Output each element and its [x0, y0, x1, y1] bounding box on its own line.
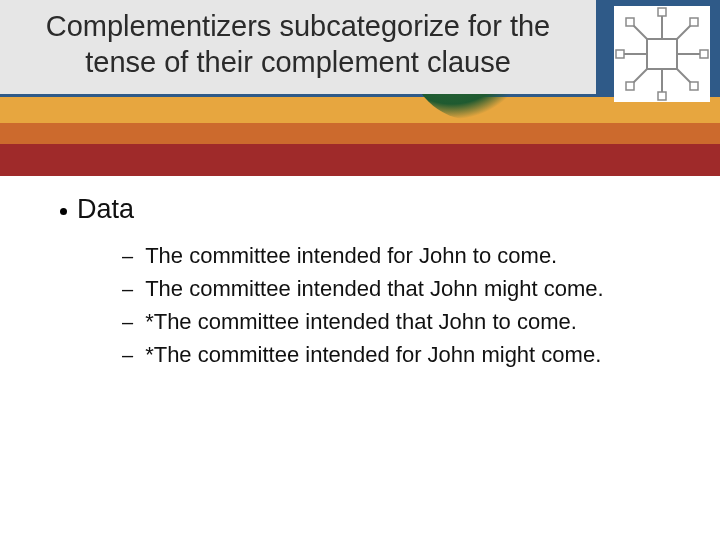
svg-rect-14: [690, 18, 698, 26]
dash-icon: –: [122, 274, 133, 304]
svg-rect-0: [647, 39, 677, 69]
compass-star-icon: [614, 6, 710, 102]
svg-rect-11: [616, 50, 624, 58]
slide-title: Complementizers subcategorize for the te…: [46, 10, 551, 78]
list-item-text: The committee intended for John to come.: [145, 239, 557, 272]
dash-icon: –: [122, 241, 133, 271]
list-item-text: The committee intended that John might c…: [145, 272, 604, 305]
svg-rect-10: [658, 92, 666, 100]
bullet-dot-icon: [60, 208, 67, 215]
dash-icon: –: [122, 340, 133, 370]
list-item: – *The committee intended that John to c…: [122, 305, 680, 338]
list-item: – The committee intended for John to com…: [122, 239, 680, 272]
dash-icon: –: [122, 307, 133, 337]
list-item-text: *The committee intended that John to com…: [145, 305, 577, 338]
title-banner: Complementizers subcategorize for the te…: [0, 0, 720, 176]
svg-rect-16: [690, 82, 698, 90]
svg-rect-15: [626, 82, 634, 90]
slide: Complementizers subcategorize for the te…: [0, 0, 720, 540]
bullet-heading: Data: [60, 194, 680, 225]
list-item: – *The committee intended for John might…: [122, 338, 680, 371]
svg-rect-13: [626, 18, 634, 26]
svg-rect-9: [658, 8, 666, 16]
list-item-text: *The committee intended for John might c…: [145, 338, 601, 371]
corner-logo: [614, 6, 710, 102]
content-area: Data – The committee intended for John t…: [60, 194, 680, 371]
bullet-heading-text: Data: [77, 194, 134, 225]
sublist: – The committee intended for John to com…: [122, 239, 680, 371]
list-item: – The committee intended that John might…: [122, 272, 680, 305]
slide-title-box: Complementizers subcategorize for the te…: [0, 0, 596, 94]
svg-rect-12: [700, 50, 708, 58]
